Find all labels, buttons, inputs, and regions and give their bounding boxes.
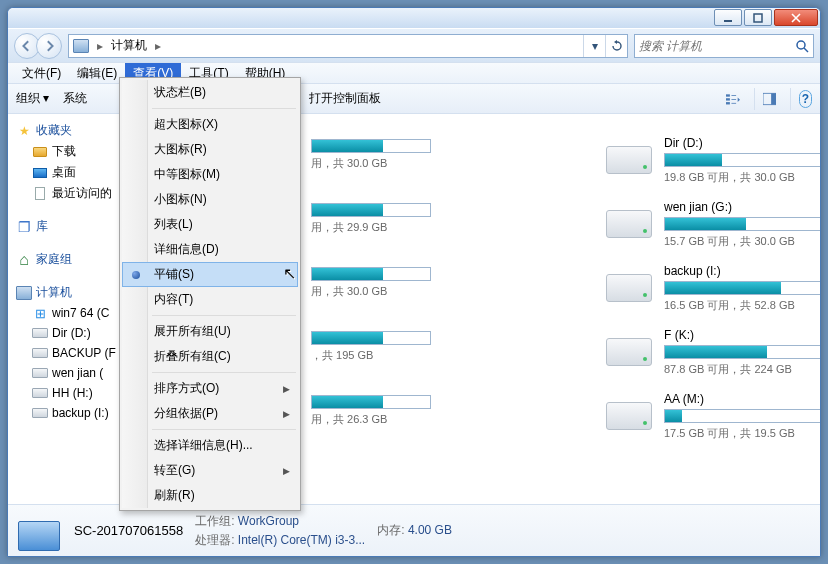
search-icon[interactable]	[795, 39, 809, 53]
drive-icon	[606, 200, 654, 240]
drive-icon	[606, 136, 654, 176]
minimize-button[interactable]	[714, 9, 742, 26]
preview-pane-button[interactable]	[754, 88, 776, 110]
drive-tile[interactable]: AA (M:) 17.5 GB 可用，共 19.5 GB	[606, 392, 820, 452]
menu-go-to[interactable]: 转至(G)▶	[122, 458, 298, 483]
menu-small-icons[interactable]: 小图标(N)	[122, 187, 298, 212]
computer-icon	[16, 285, 32, 301]
cursor-icon: ↖	[283, 264, 296, 283]
svg-rect-4	[726, 98, 730, 100]
drive-tile[interactable]: Dir (D:) 19.8 GB 可用，共 30.0 GB	[606, 136, 820, 196]
menu-large-icons[interactable]: 大图标(R)	[122, 137, 298, 162]
menu-status-bar[interactable]: 状态栏(B)	[122, 80, 298, 105]
drive-icon	[606, 328, 654, 368]
menu-extra-large-icons[interactable]: 超大图标(X)	[122, 112, 298, 137]
titlebar	[8, 8, 820, 28]
drive-title: wen jian (G:)	[664, 200, 820, 214]
menu-content[interactable]: 内容(T)	[122, 287, 298, 312]
drive-icon	[32, 305, 48, 321]
homegroup-icon	[16, 252, 32, 268]
star-icon: ★	[16, 123, 32, 139]
menu-sort-by[interactable]: 排序方式(O)▶	[122, 376, 298, 401]
bullet-icon	[132, 271, 140, 279]
svg-point-2	[797, 41, 805, 49]
menu-file[interactable]: 文件(F)	[14, 63, 69, 83]
svg-rect-6	[731, 95, 736, 96]
computer-icon	[73, 38, 89, 54]
chevron-right-icon[interactable]: ▸	[151, 39, 165, 53]
desktop-icon	[32, 165, 48, 181]
toolbar-control-panel[interactable]: 打开控制面板	[309, 90, 381, 107]
menu-edit[interactable]: 编辑(E)	[69, 63, 125, 83]
computer-thumb-icon	[18, 511, 62, 551]
svg-rect-8	[731, 102, 736, 103]
menu-list[interactable]: 列表(L)	[122, 212, 298, 237]
menu-choose-details[interactable]: 选择详细信息(H)...	[122, 433, 298, 458]
chevron-right-icon: ▶	[283, 466, 290, 476]
address-dropdown-button[interactable]: ▾	[583, 35, 605, 57]
menu-details[interactable]: 详细信息(D)	[122, 237, 298, 262]
help-button[interactable]: ?	[790, 88, 812, 110]
recent-icon	[32, 186, 48, 202]
drive-icon	[606, 264, 654, 304]
drive-tile[interactable]: backup (I:) 16.5 GB 可用，共 52.8 GB	[606, 264, 820, 324]
details-name: SC-201707061558	[74, 523, 183, 538]
svg-rect-0	[724, 20, 732, 22]
maximize-button[interactable]	[744, 9, 772, 26]
toolbar-system-props[interactable]: 系统	[63, 90, 87, 107]
details-bar: SC-201707061558 工作组: WorkGroup 处理器: Inte…	[8, 504, 820, 556]
drive-tile[interactable]: wen jian (G:) 15.7 GB 可用，共 30.0 GB	[606, 200, 820, 260]
view-options-button[interactable]	[718, 88, 740, 110]
drive-icon	[32, 385, 48, 401]
drive-icon	[32, 405, 48, 421]
search-box[interactable]	[634, 34, 814, 58]
drive-title: Dir (D:)	[664, 136, 820, 150]
drive-icon	[32, 365, 48, 381]
menu-medium-icons[interactable]: 中等图标(M)	[122, 162, 298, 187]
view-menu-dropdown: 状态栏(B) 超大图标(X) 大图标(R) 中等图标(M) 小图标(N) 列表(…	[119, 77, 301, 511]
menu-collapse-all[interactable]: 折叠所有组(C)	[122, 344, 298, 369]
chevron-right-icon: ▶	[283, 384, 290, 394]
menu-refresh[interactable]: 刷新(R)	[122, 483, 298, 508]
drive-icon	[32, 345, 48, 361]
drive-subtitle: 15.7 GB 可用，共 30.0 GB	[664, 234, 820, 249]
drive-subtitle: 19.8 GB 可用，共 30.0 GB	[664, 170, 820, 185]
nav-arrows	[14, 33, 62, 59]
menu-tiles[interactable]: 平铺(S)	[122, 262, 298, 287]
menu-group-by[interactable]: 分组依据(P)▶	[122, 401, 298, 426]
drive-title: AA (M:)	[664, 392, 820, 406]
chevron-right-icon[interactable]: ▸	[93, 39, 107, 53]
drive-subtitle: 16.5 GB 可用，共 52.8 GB	[664, 298, 820, 313]
svg-rect-7	[731, 99, 736, 100]
nav-row: ▸ 计算机 ▸ ▾	[8, 28, 820, 62]
menu-expand-all[interactable]: 展开所有组(U)	[122, 319, 298, 344]
library-icon	[16, 219, 32, 235]
search-input[interactable]	[639, 39, 795, 53]
drive-icon	[606, 392, 654, 432]
toolbar-organize[interactable]: 组织 ▾	[16, 90, 49, 107]
drive-tile[interactable]: F (K:) 87.8 GB 可用，共 224 GB	[606, 328, 820, 388]
drive-subtitle: 87.8 GB 可用，共 224 GB	[664, 362, 820, 377]
refresh-button[interactable]	[605, 35, 627, 57]
drive-title: backup (I:)	[664, 264, 820, 278]
forward-button[interactable]	[36, 33, 62, 59]
svg-rect-10	[771, 93, 776, 104]
drive-subtitle: 17.5 GB 可用，共 19.5 GB	[664, 426, 820, 441]
svg-rect-3	[726, 94, 730, 96]
close-button[interactable]	[774, 9, 818, 26]
chevron-right-icon: ▶	[283, 409, 290, 419]
breadcrumb[interactable]: 计算机	[107, 35, 151, 57]
svg-rect-5	[726, 102, 730, 104]
svg-rect-1	[754, 14, 762, 22]
address-bar[interactable]: ▸ 计算机 ▸ ▾	[68, 34, 628, 58]
drive-icon	[32, 325, 48, 341]
drive-title: F (K:)	[664, 328, 820, 342]
folder-icon	[32, 144, 48, 160]
